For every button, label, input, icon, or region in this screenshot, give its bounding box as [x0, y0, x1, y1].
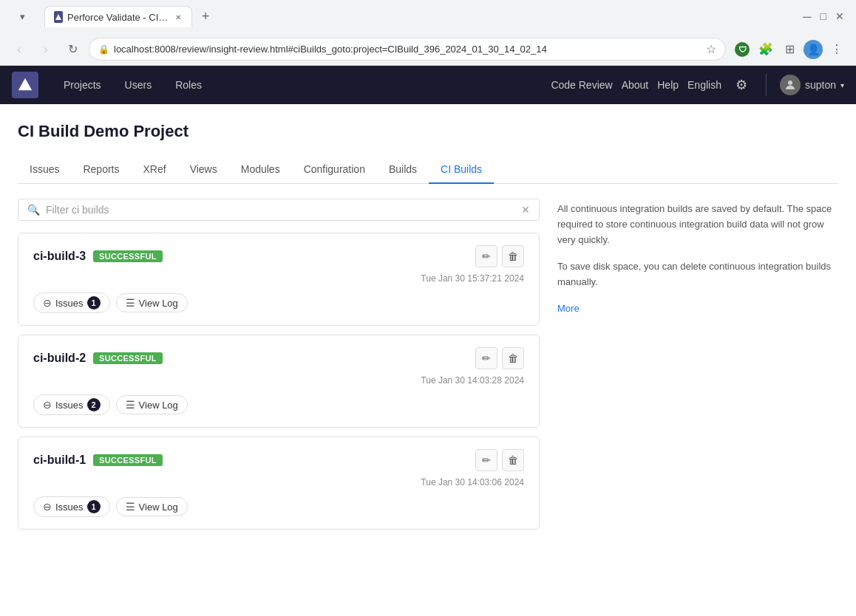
info-text-1: All continuous integration builds are sa…: [557, 202, 838, 247]
build-card-footer-1: ⊖ Issues 1 ☰ View Log: [33, 496, 524, 517]
profile-btn[interactable]: 👤: [803, 39, 823, 60]
build-timestamp-2: Tue Jan 30 14:03:28 2024: [33, 375, 524, 386]
minimize-btn[interactable]: ─: [803, 10, 811, 24]
tab-builds[interactable]: Builds: [377, 156, 429, 184]
build-card-footer-3: ⊖ Issues 1 ☰ View Log: [33, 292, 524, 313]
view-log-icon-1: ☰: [126, 501, 135, 513]
build-card-2: ci-build-2 SUCCESSFUL ✏ 🗑 Tue Jan 30 14:…: [18, 335, 540, 428]
issues-circle-icon-3: ⊖: [43, 297, 52, 309]
avatar: [780, 75, 801, 95]
nav-links: Projects Users Roles: [53, 73, 551, 97]
lock-icon: 🔒: [98, 44, 109, 55]
nav-english[interactable]: English: [687, 79, 721, 91]
delete-build-3-btn[interactable]: 🗑: [502, 245, 524, 267]
forward-btn[interactable]: ›: [35, 39, 56, 60]
build-card-title-1: ci-build-1 SUCCESSFUL: [33, 454, 163, 467]
view-log-btn-1[interactable]: ☰ View Log: [116, 497, 188, 516]
build-timestamp-1: Tue Jan 30 14:03:06 2024: [33, 477, 524, 487]
svg-point-1: [788, 81, 792, 85]
issues-count-3: 1: [87, 296, 101, 309]
browser-actions: 🛡 🧩 ⊞ 👤 ⋮: [732, 39, 847, 60]
more-link[interactable]: More: [557, 303, 580, 314]
tab-bar: Perforce Validate - CI Builds Ma ✕ +: [35, 6, 797, 27]
build-actions-3: ✏ 🗑: [475, 245, 524, 267]
tab-reports[interactable]: Reports: [71, 156, 131, 184]
layout: 🔍 ✕ ci-build-3 SUCCESSFUL ✏ 🗑 Tue Jan 30: [18, 199, 838, 538]
nav-users[interactable]: Users: [115, 73, 163, 97]
tab-views[interactable]: Views: [178, 156, 229, 184]
view-log-icon-2: ☰: [126, 399, 135, 411]
url-bar[interactable]: 🔒 localhost:8008/review/insight-review.h…: [89, 38, 726, 61]
back-btn[interactable]: ‹: [9, 39, 30, 60]
nav-help[interactable]: Help: [657, 79, 679, 91]
title-bar: ▾ Perforce Validate - CI Builds Ma ✕ + ─…: [0, 0, 856, 33]
maximize-btn[interactable]: □: [821, 10, 826, 24]
search-clear-btn[interactable]: ✕: [521, 204, 530, 216]
tab-list-btn[interactable]: ▾: [15, 10, 30, 24]
issues-btn-1[interactable]: ⊖ Issues 1: [33, 496, 110, 517]
puzzle-btn[interactable]: 🧩: [755, 39, 776, 60]
build-card-header-3: ci-build-3 SUCCESSFUL ✏ 🗑: [33, 245, 524, 267]
issues-count-2: 2: [87, 398, 101, 411]
delete-build-1-btn[interactable]: 🗑: [502, 449, 524, 471]
tab-issues[interactable]: Issues: [18, 156, 71, 184]
build-card-header-2: ci-build-2 SUCCESSFUL ✏ 🗑: [33, 347, 524, 369]
edit-build-1-btn[interactable]: ✏: [475, 449, 497, 471]
build-timestamp-3: Tue Jan 30 15:37:21 2024: [33, 273, 524, 284]
extensions-btn[interactable]: 🛡: [732, 39, 753, 60]
username-label: supton: [805, 79, 836, 91]
tab-close-btn[interactable]: ✕: [174, 11, 183, 23]
nav-projects[interactable]: Projects: [53, 73, 112, 97]
tab-modules[interactable]: Modules: [229, 156, 292, 184]
builds-panel: 🔍 ✕ ci-build-3 SUCCESSFUL ✏ 🗑 Tue Jan 30: [18, 199, 540, 538]
nav-user[interactable]: supton ▾: [780, 75, 844, 95]
build-card-1: ci-build-1 SUCCESSFUL ✏ 🗑 Tue Jan 30 14:…: [18, 437, 540, 530]
url-text: localhost:8008/review/insight-review.htm…: [114, 44, 702, 55]
settings-icon[interactable]: ⚙: [730, 74, 753, 96]
nav-roles[interactable]: Roles: [165, 73, 212, 97]
app-logo[interactable]: [12, 72, 38, 98]
nav-code-review[interactable]: Code Review: [551, 79, 612, 91]
active-tab[interactable]: Perforce Validate - CI Builds Ma ✕: [44, 6, 192, 27]
nav-divider: [766, 74, 767, 96]
status-badge-2: SUCCESSFUL: [93, 352, 163, 364]
view-log-label-1: View Log: [139, 502, 178, 513]
profile-avatar: 👤: [804, 40, 823, 59]
issues-label-1: Issues: [55, 502, 84, 513]
issues-btn-2[interactable]: ⊖ Issues 2: [33, 394, 110, 415]
search-icon: 🔍: [27, 204, 40, 216]
edit-build-2-btn[interactable]: ✏: [475, 347, 497, 369]
sidebar-toggle-btn[interactable]: ⊞: [779, 39, 800, 60]
build-card-footer-2: ⊖ Issues 2 ☰ View Log: [33, 394, 524, 415]
close-window-btn[interactable]: ✕: [835, 10, 844, 24]
build-card-title-2: ci-build-2 SUCCESSFUL: [33, 352, 163, 365]
browser-chrome: ▾ Perforce Validate - CI Builds Ma ✕ + ─…: [0, 0, 856, 66]
info-text-2: To save disk space, you can delete conti…: [557, 259, 838, 290]
build-actions-1: ✏ 🗑: [475, 449, 524, 471]
view-log-btn-3[interactable]: ☰ View Log: [116, 293, 188, 312]
issues-btn-3[interactable]: ⊖ Issues 1: [33, 292, 110, 313]
shield-icon: 🛡: [735, 42, 750, 57]
address-bar: ‹ › ↻ 🔒 localhost:8008/review/insight-re…: [0, 33, 856, 65]
bookmark-icon[interactable]: ☆: [706, 42, 716, 56]
issues-count-1: 1: [87, 500, 101, 513]
nav-about[interactable]: About: [622, 79, 649, 91]
tab-xref[interactable]: XRef: [132, 156, 178, 184]
view-log-btn-2[interactable]: ☰ View Log: [116, 395, 188, 414]
menu-btn[interactable]: ⋮: [826, 39, 847, 60]
edit-build-3-btn[interactable]: ✏: [475, 245, 497, 267]
build-name-1: ci-build-1: [33, 454, 86, 467]
new-tab-btn[interactable]: +: [195, 7, 216, 27]
tab-favicon: [54, 11, 63, 23]
issues-circle-icon-1: ⊖: [43, 501, 52, 513]
tab-configuration[interactable]: Configuration: [292, 156, 377, 184]
search-bar: 🔍 ✕: [18, 199, 540, 221]
svg-marker-0: [18, 78, 32, 91]
build-card-3: ci-build-3 SUCCESSFUL ✏ 🗑 Tue Jan 30 15:…: [18, 233, 540, 326]
chevron-down-icon: ▾: [840, 81, 844, 89]
tab-ci-builds[interactable]: CI Builds: [429, 156, 494, 184]
build-name-2: ci-build-2: [33, 352, 86, 365]
search-input[interactable]: [46, 204, 515, 216]
reload-btn[interactable]: ↻: [62, 39, 83, 60]
delete-build-2-btn[interactable]: 🗑: [502, 347, 524, 369]
